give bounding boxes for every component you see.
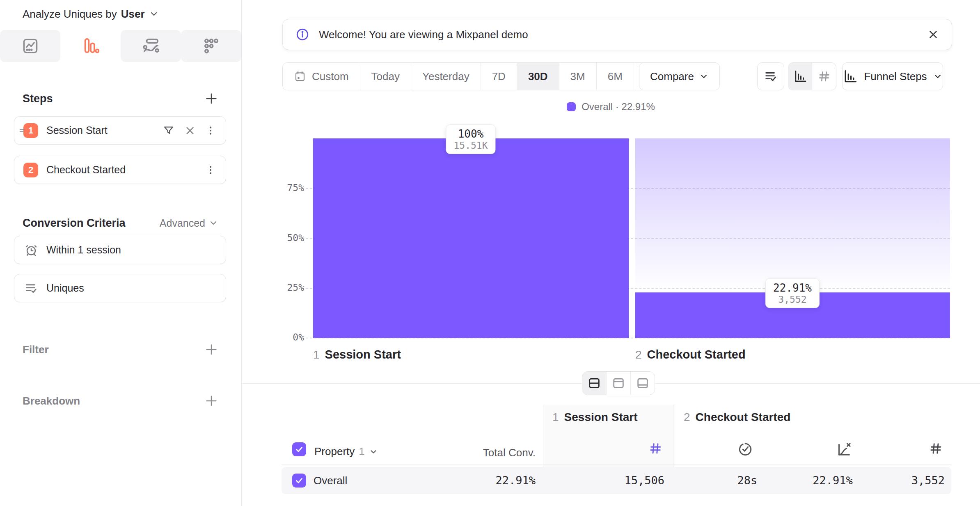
layout-table-only-button[interactable] [631, 372, 655, 395]
tooltip-count: 15.51K [453, 140, 488, 151]
header-divider [282, 465, 951, 465]
step-index: 1 [313, 348, 320, 361]
y-axis-tick: 75% [242, 182, 304, 193]
funnel-bar-session-start[interactable] [313, 138, 629, 338]
select-all-checkbox[interactable] [292, 442, 306, 456]
step-row-2[interactable]: 2 Checkout Started [14, 156, 226, 184]
value-display-toggle [788, 62, 836, 90]
step-row-1[interactable]: 1 Session Start [14, 116, 226, 145]
hash-icon[interactable] [648, 441, 663, 456]
report-type-tabs [0, 30, 242, 62]
hash-icon[interactable] [928, 441, 943, 456]
percent-view-toggle[interactable] [788, 63, 812, 90]
chevron-down-icon [208, 218, 218, 228]
add-step-button[interactable] [204, 92, 218, 106]
list-check-icon [764, 69, 778, 83]
add-breakdown-button[interactable] [204, 394, 218, 408]
insights-icon [21, 37, 39, 55]
step-number-badge: 2 [23, 163, 38, 177]
counting-method-card[interactable]: Uniques [14, 274, 226, 302]
info-circle-icon [295, 27, 310, 42]
demo-welcome-banner: Welcome! You are viewing a Mixpanel demo [282, 19, 952, 50]
group-name: Session Start [564, 411, 638, 424]
cell-avg-time-to-convert: 28s [706, 474, 788, 487]
date-range-today[interactable]: Today [360, 63, 411, 90]
avg-time-icon[interactable] [737, 441, 753, 458]
flows-icon [142, 37, 160, 55]
banner-message: Welcome! You are viewing a Mixpanel demo [319, 28, 918, 41]
cell-conversion-rate: 22.91% [792, 474, 874, 487]
close-icon[interactable] [927, 28, 939, 41]
chevron-down-icon [933, 71, 943, 81]
date-range-6m[interactable]: 6M [597, 63, 634, 90]
table-group-checkout-started: 2 Checkout Started [684, 411, 790, 424]
group-name: Checkout Started [696, 411, 791, 424]
funnel-bar-checkout-started[interactable] [635, 138, 950, 338]
conversion-chart-icon[interactable] [836, 441, 852, 458]
filter-section-header: Filter [23, 340, 218, 359]
bar-chart-axis-icon [793, 69, 808, 84]
cell-total-conv: 22.91% [453, 474, 536, 487]
conversion-window-value[interactable]: Within 1 session [46, 244, 121, 256]
x-axis-step-label: 2 Checkout Started [635, 348, 746, 361]
step-event-name[interactable]: Session Start [46, 124, 163, 136]
add-filter-button[interactable] [204, 343, 218, 356]
layout-split-icon [587, 376, 601, 390]
view-selector-label: Funnel Steps [864, 70, 927, 83]
number-view-toggle[interactable] [812, 63, 836, 90]
date-range-custom[interactable]: Custom [283, 63, 360, 90]
metrics-list-button[interactable] [757, 62, 784, 90]
property-index: 1 [359, 445, 364, 458]
cell-checkout-total: 3,552 [863, 474, 945, 487]
y-axis-tick: 0% [242, 332, 304, 343]
conversion-criteria-header: Conversion Criteria Advanced [23, 214, 218, 232]
kebab-menu-icon[interactable] [205, 165, 216, 175]
chevron-down-icon [369, 447, 378, 456]
alarm-clock-icon [24, 243, 38, 257]
counting-method-value[interactable]: Uniques [46, 282, 84, 294]
calendar-icon [294, 70, 306, 83]
remove-step-icon[interactable] [184, 124, 196, 137]
table-group-session-start: 1 Session Start [552, 411, 638, 424]
advanced-dropdown[interactable]: Advanced [160, 217, 218, 229]
conversion-criteria-title: Conversion Criteria [23, 217, 126, 230]
tab-insights[interactable] [0, 30, 60, 62]
step-name: Session Start [325, 348, 401, 361]
drag-handle-icon[interactable] [18, 126, 27, 135]
group-index: 1 [552, 411, 559, 424]
compare-button[interactable]: Compare [639, 62, 720, 90]
analyze-entity-dropdown[interactable]: User [121, 8, 145, 21]
date-range-label: Custom [312, 70, 349, 83]
steps-section-header: Steps [23, 90, 218, 108]
date-range-7d[interactable]: 7D [481, 63, 517, 90]
bar-value-tooltip: 22.91% 3,552 [765, 278, 820, 308]
hash-icon [817, 69, 831, 83]
date-range-30d[interactable]: 30D [517, 63, 559, 90]
tab-retention[interactable] [181, 30, 241, 62]
property-label: Property [314, 445, 355, 458]
legend-label: Overall · 22.91% [582, 101, 655, 113]
bar-value-tooltip: 100% 15.51K [446, 124, 495, 154]
layout-split-view-button[interactable] [582, 372, 607, 395]
advanced-label: Advanced [160, 217, 205, 229]
chart-legend: Overall · 22.91% [242, 101, 980, 113]
group-index: 2 [684, 411, 690, 424]
tab-flows[interactable] [121, 30, 181, 62]
panel-layout-toggle [582, 371, 655, 395]
y-axis-tick: 25% [242, 282, 304, 293]
row-checkbox[interactable] [292, 474, 306, 488]
tab-funnels[interactable] [60, 30, 121, 62]
date-range-3m[interactable]: 3M [559, 63, 597, 90]
date-range-yesterday[interactable]: Yesterday [411, 63, 481, 90]
conversion-window-card[interactable]: Within 1 session [14, 236, 226, 264]
property-column-header[interactable]: Property 1 [314, 445, 378, 458]
total-conv-column-header[interactable]: Total Conv. [439, 446, 536, 459]
table-row-overall[interactable]: Overall 22.91% 15,506 28s 22.91% 3,552 [282, 467, 951, 494]
step-event-name[interactable]: Checkout Started [46, 164, 205, 176]
layout-chart-only-button[interactable] [607, 372, 631, 395]
view-selector-dropdown[interactable]: Funnel Steps [842, 62, 943, 90]
filter-funnel-icon[interactable] [163, 124, 175, 137]
kebab-menu-icon[interactable] [205, 125, 216, 136]
date-range-label: 7D [492, 70, 506, 83]
date-range-label: Today [371, 70, 400, 83]
